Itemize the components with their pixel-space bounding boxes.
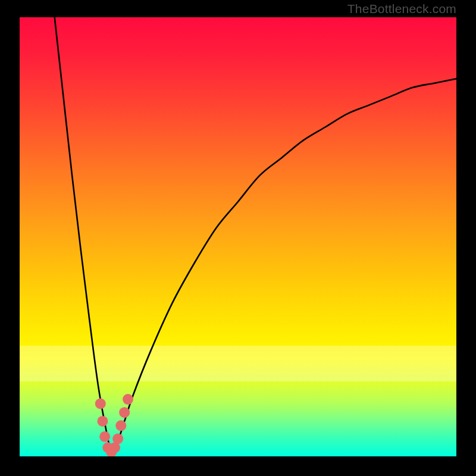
curve-point (123, 394, 133, 405)
curve-point (95, 398, 106, 409)
curve-point (119, 407, 130, 418)
chart-plot-area (20, 17, 456, 456)
curve-point (97, 416, 108, 427)
curve-point (112, 433, 123, 444)
bottleneck-curve-svg (20, 17, 456, 456)
curve-sample-points (95, 394, 133, 456)
curve-point (115, 420, 126, 431)
curve-point (99, 431, 110, 442)
bottleneck-curve-path (55, 17, 456, 453)
watermark-text: TheBottleneck.com (347, 2, 456, 16)
